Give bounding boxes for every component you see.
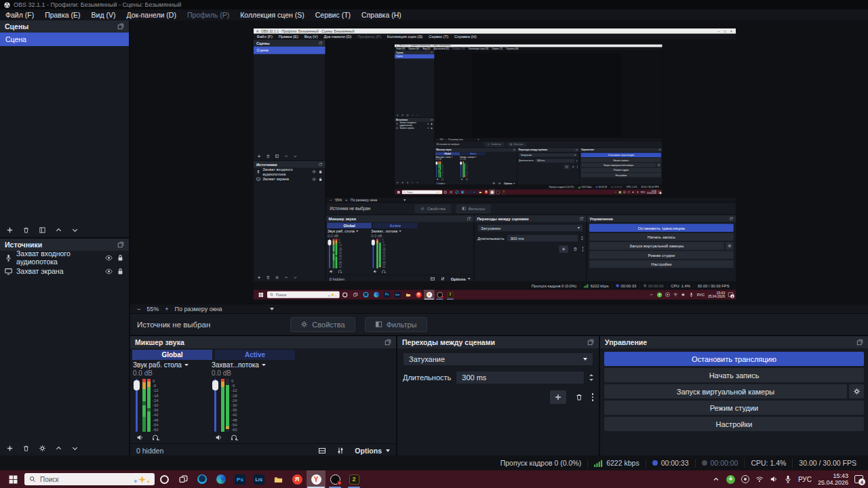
add-transition-button[interactable]: [550, 390, 566, 404]
taskbar-lightroom-icon: Lrc: [471, 189, 477, 195]
taskbar-clock[interactable]: 15:43 25.04.2026: [818, 472, 848, 486]
menu-docks[interactable]: Док-панели (D): [121, 11, 181, 19]
transition-menu-button[interactable]: [592, 393, 594, 401]
menu-tools[interactable]: Сервис (T): [310, 11, 356, 19]
studio-mode-button: Режим студии: [581, 168, 661, 172]
wifi-icon[interactable]: [755, 475, 764, 483]
channel-name-select[interactable]: Захват...потока: [212, 361, 286, 369]
properties-button[interactable]: Свойства: [290, 317, 355, 332]
taskbar-search-input[interactable]: Поиск: [24, 473, 155, 485]
taskbar-edge-icon: [460, 189, 466, 195]
controls-header: Управление: [587, 216, 736, 222]
antivirus-tray-icon[interactable]: +: [726, 475, 735, 484]
dock-popout-icon[interactable]: [117, 241, 124, 248]
source-audio-input[interactable]: Захват входного аудиопотока: [0, 251, 129, 264]
start-virtual-camera-button[interactable]: Запуск виртуальной камеры: [604, 384, 847, 399]
window-controls: – □ ×: [652, 45, 661, 47]
sources-list: Захват входного аудиопотока Захват экран…: [395, 122, 435, 130]
split-panel-icon[interactable]: [318, 447, 326, 455]
menu-file[interactable]: Файл (F): [0, 11, 39, 19]
duration-input[interactable]: 300 ms: [456, 371, 585, 384]
taskbar-edge-icon[interactable]: [212, 470, 231, 488]
volume-slider[interactable]: [212, 379, 219, 432]
taskbar-photoshop-icon[interactable]: Ps: [231, 470, 250, 488]
zoom-out-button[interactable]: −: [137, 306, 140, 312]
taskbar-explorer-icon[interactable]: [269, 470, 288, 488]
remove-scene-button: [266, 155, 270, 159]
headphones-mute-icon[interactable]: [152, 434, 159, 441]
zoom-in-button[interactable]: +: [165, 306, 168, 312]
language-indicator[interactable]: РУС: [798, 476, 812, 483]
scene-up-button[interactable]: [55, 226, 62, 234]
volume-icon[interactable]: [770, 475, 778, 483]
visibility-eye-icon[interactable]: [105, 268, 113, 275]
lock-icon: [431, 123, 433, 125]
channel-name-select[interactable]: Звук раб. стола: [133, 361, 208, 369]
spin-up-icon[interactable]: [589, 374, 593, 376]
remove-source-button[interactable]: [22, 445, 30, 452]
source-screen-capture[interactable]: Захват экрана: [0, 264, 129, 278]
source-properties-gear-icon[interactable]: [39, 445, 46, 452]
add-scene-button[interactable]: [6, 226, 14, 234]
scene-item[interactable]: Сцена: [0, 33, 129, 46]
dock-popout-icon[interactable]: [856, 339, 863, 346]
add-transition-button: [559, 245, 568, 253]
preview-canvas[interactable]: OBS 32.1.1 - Профили: Безымянный - Сцены…: [130, 20, 868, 304]
stream-timer: 00:00:33: [612, 283, 639, 288]
tray-mic-icon[interactable]: [784, 475, 792, 483]
tray-app-icon[interactable]: [741, 475, 749, 483]
visibility-eye-icon[interactable]: [105, 254, 113, 262]
menu-scene-collection[interactable]: Коллекция сцен (S): [235, 11, 310, 19]
lock-icon[interactable]: [117, 254, 124, 262]
menu-profile[interactable]: Профиль (P): [182, 11, 235, 19]
stop-streaming-button[interactable]: Остановить трансляцию: [604, 352, 864, 366]
tab-active[interactable]: Active: [215, 350, 295, 360]
dock-popout-icon[interactable]: [587, 339, 594, 346]
tab-global[interactable]: Global: [132, 350, 212, 360]
duration-spinner[interactable]: [589, 374, 593, 381]
virtual-camera-settings-button[interactable]: [849, 384, 864, 399]
spin-down-icon[interactable]: [589, 379, 593, 381]
taskbar-app2-icon[interactable]: 2: [344, 470, 363, 488]
chevron-down-icon: [184, 364, 189, 366]
mixer-tabs: Global Active: [326, 222, 474, 228]
filters-button[interactable]: Фильтры: [365, 317, 427, 332]
remove-scene-button[interactable]: [22, 226, 30, 234]
settings-button[interactable]: Настройки: [604, 417, 864, 431]
lock-icon[interactable]: [117, 268, 124, 275]
scene-down-button[interactable]: [71, 226, 79, 234]
tray-expand-icon[interactable]: [712, 475, 720, 483]
dock-popout-icon[interactable]: [117, 23, 124, 30]
taskbar-opera-icon[interactable]: [155, 470, 174, 488]
start-recording-button[interactable]: Начать запись: [604, 368, 864, 382]
taskbar-obs-icon[interactable]: [326, 470, 344, 488]
start-button[interactable]: [3, 470, 22, 488]
fit-to-window-select[interactable]: По размеру окна: [175, 306, 274, 312]
task-view-button[interactable]: [174, 470, 193, 488]
source-label: Захват экрана: [262, 177, 289, 182]
advanced-audio-icon[interactable]: [336, 447, 344, 455]
taskbar-camera-app-icon[interactable]: [193, 470, 212, 488]
menu-view[interactable]: Вид (V): [86, 11, 121, 19]
remove-transition-button[interactable]: [575, 393, 583, 401]
dock-popout-icon[interactable]: [384, 339, 391, 346]
volume-slider[interactable]: [133, 379, 140, 432]
studio-mode-button[interactable]: Режим студии: [604, 401, 864, 415]
speaker-icon[interactable]: [136, 434, 144, 441]
taskbar-lightroom-icon[interactable]: Lrc: [250, 470, 269, 488]
source-down-button[interactable]: [71, 445, 79, 452]
options-button[interactable]: Options: [355, 447, 390, 455]
transition-type-select[interactable]: Затухание: [403, 352, 593, 366]
source-up-button[interactable]: [55, 445, 62, 452]
scene-filters-button[interactable]: [39, 226, 46, 234]
transition-type-select: Затухание: [519, 153, 578, 157]
headphones-mute-icon[interactable]: [231, 434, 238, 441]
taskbar-yandex-icon[interactable]: Я: [288, 470, 307, 488]
menu-edit[interactable]: Правка (E): [39, 11, 85, 19]
menu-help[interactable]: Справка (H): [356, 11, 407, 19]
duration-input: 300 ms: [535, 159, 575, 163]
speaker-icon[interactable]: [215, 434, 222, 441]
add-source-button[interactable]: [6, 445, 14, 452]
taskbar-yandex-browser-icon[interactable]: Y: [307, 470, 326, 488]
notification-center-icon[interactable]: 4: [854, 475, 863, 483]
